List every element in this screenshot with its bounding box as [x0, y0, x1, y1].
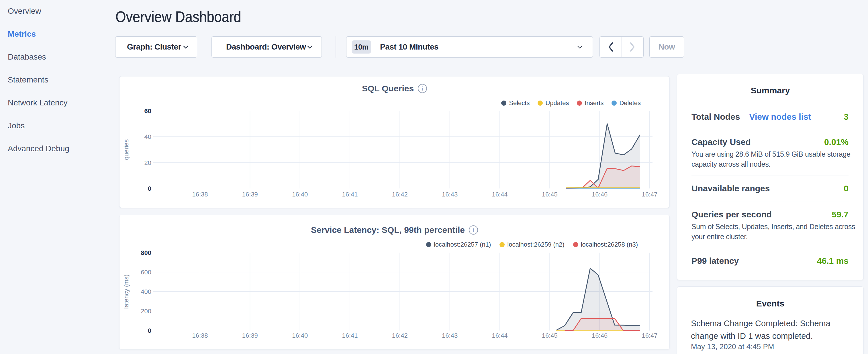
qps-value: 59.7: [832, 210, 848, 219]
summary-heading: Summary: [677, 86, 863, 95]
unavailable-ranges-label: Unavailable ranges: [691, 184, 770, 193]
divider: [691, 175, 848, 176]
svg-text:16:40: 16:40: [292, 191, 308, 198]
sidebar-item-databases[interactable]: Databases: [8, 53, 46, 62]
svg-text:16:46: 16:46: [592, 332, 608, 339]
svg-text:16:47: 16:47: [642, 191, 657, 198]
view-nodes-list-link[interactable]: View nodes list: [749, 112, 811, 122]
qps-label: Queries per second: [691, 210, 772, 219]
sidebar-item-metrics[interactable]: Metrics: [8, 30, 36, 39]
chevron-left-icon: [607, 41, 614, 53]
sidebar-item-network-latency[interactable]: Network Latency: [8, 98, 68, 107]
summary-row-capacity: Capacity Used 0.01%: [691, 137, 848, 147]
time-step-buttons: [599, 36, 644, 58]
graph-scope-label: Graph: Cluster: [127, 42, 181, 52]
svg-text:16:39: 16:39: [242, 332, 258, 339]
svg-text:40: 40: [145, 133, 151, 140]
svg-text:queries: queries: [123, 139, 130, 160]
now-button-label: Now: [658, 42, 675, 52]
time-range-badge: 10m: [351, 40, 371, 54]
page-title: Overview Dashboard: [116, 8, 241, 26]
svg-text:20: 20: [145, 159, 151, 166]
sidebar-item-advanced-debug[interactable]: Advanced Debug: [8, 144, 69, 153]
p99-latency-value: 46.1 ms: [817, 256, 848, 266]
total-nodes-value: 3: [844, 112, 848, 122]
db-console-page: OverviewMetricsDatabasesStatementsNetwor…: [0, 0, 868, 354]
sql-queries-chart-card: SQL Queries i SelectsUpdatesInsertsDelet…: [119, 76, 670, 208]
sidebar-item-statements[interactable]: Statements: [8, 75, 49, 85]
chevron-right-icon: [629, 41, 636, 53]
svg-text:16:45: 16:45: [542, 191, 558, 198]
qps-description: Sum of Selects, Updates, Inserts, and De…: [691, 222, 857, 242]
svg-text:600: 600: [141, 269, 151, 276]
svg-text:60: 60: [145, 107, 151, 115]
events-panel: Events Schema Change Completed: Schema c…: [677, 286, 864, 354]
event-item-timestamp: May 13, 2020 at 4:45 PM: [691, 342, 849, 351]
svg-text:16:42: 16:42: [392, 191, 408, 198]
capacity-used-value: 0.01%: [824, 137, 848, 147]
svg-text:16:41: 16:41: [342, 332, 358, 339]
p99-latency-label: P99 latency: [691, 256, 739, 266]
summary-row-qps: Queries per second 59.7: [691, 210, 848, 219]
svg-text:latency (ms): latency (ms): [123, 275, 130, 309]
svg-text:16:44: 16:44: [492, 332, 507, 339]
svg-text:0: 0: [148, 185, 151, 192]
sidebar-item-jobs[interactable]: Jobs: [8, 121, 25, 130]
summary-row-unavailable: Unavailable ranges 0: [691, 184, 848, 193]
svg-text:16:42: 16:42: [392, 332, 408, 339]
svg-text:16:47: 16:47: [642, 332, 657, 339]
sidebar-item-overview[interactable]: Overview: [8, 7, 41, 16]
svg-text:200: 200: [141, 308, 151, 315]
svg-text:16:38: 16:38: [192, 191, 208, 198]
graph-scope-dropdown[interactable]: Graph: Cluster: [115, 36, 197, 58]
svg-text:16:41: 16:41: [342, 191, 358, 198]
svg-text:16:46: 16:46: [592, 191, 608, 198]
dashboard-dropdown[interactable]: Dashboard: Overview: [212, 36, 322, 58]
capacity-used-label: Capacity Used: [691, 137, 751, 147]
events-heading: Events: [677, 299, 863, 309]
time-back-button[interactable]: [600, 37, 622, 57]
unavailable-ranges-value: 0: [844, 184, 848, 193]
svg-text:16:45: 16:45: [542, 332, 558, 339]
capacity-used-description: You are using 28.6 MiB of 515.9 GiB usab…: [691, 149, 856, 169]
summary-panel: Summary Total Nodes View nodes list 3 Ca…: [677, 74, 864, 280]
chevron-down-icon: [307, 44, 313, 50]
svg-text:16:40: 16:40: [292, 332, 308, 339]
svg-text:16:44: 16:44: [492, 191, 507, 198]
latency-chart[interactable]: 020040060080016:3816:3916:4016:4116:4216…: [120, 215, 670, 350]
latency-chart-card: Service Latency: SQL, 99th percentile i …: [119, 215, 670, 349]
svg-text:16:39: 16:39: [242, 191, 258, 198]
chevron-down-icon: [577, 44, 583, 50]
svg-text:400: 400: [141, 288, 151, 295]
total-nodes-label: Total Nodes: [691, 112, 740, 122]
svg-text:800: 800: [141, 249, 151, 256]
svg-text:16:43: 16:43: [442, 191, 458, 198]
summary-row-p99: P99 latency 46.1 ms: [691, 256, 848, 266]
toolbar-divider: [336, 36, 336, 58]
svg-text:0: 0: [148, 327, 151, 334]
sql-queries-chart[interactable]: 020406016:3816:3916:4016:4116:4216:4316:…: [120, 76, 670, 208]
summary-row-total-nodes: Total Nodes View nodes list 3: [691, 112, 848, 122]
svg-text:16:38: 16:38: [192, 332, 208, 339]
time-range-dropdown[interactable]: 10m Past 10 Minutes: [346, 36, 593, 58]
time-forward-button[interactable]: [622, 37, 644, 57]
chevron-down-icon: [183, 44, 189, 50]
time-range-label: Past 10 Minutes: [380, 42, 577, 52]
svg-text:16:43: 16:43: [442, 332, 458, 339]
now-button[interactable]: Now: [649, 36, 684, 58]
dashboard-dropdown-label: Dashboard: Overview: [226, 42, 306, 52]
event-item-text[interactable]: Schema Change Completed: Schema change w…: [691, 317, 849, 342]
